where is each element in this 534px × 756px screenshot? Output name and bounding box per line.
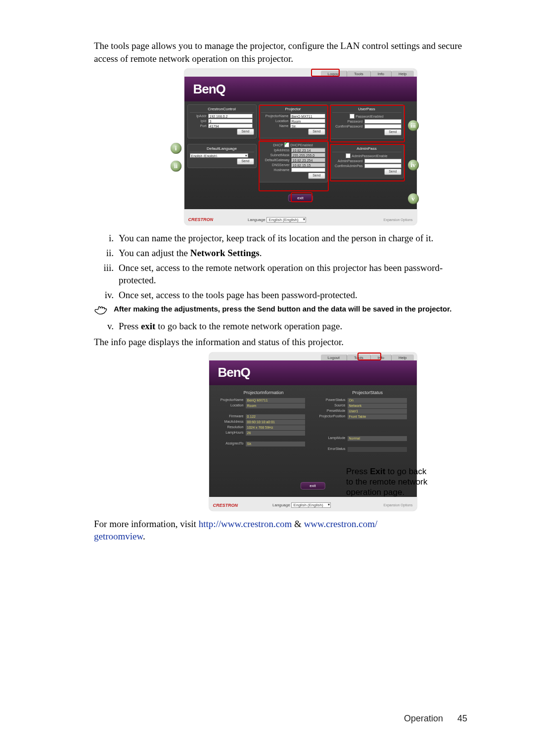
lbl-lamph: LampHours — [212, 431, 246, 436]
tools-screenshot: Logout Tools Info Help BenQ CrestronCont… — [184, 69, 417, 225]
val-preset: User1 — [348, 409, 407, 414]
lbl-projname: ProjectorName — [212, 398, 246, 403]
lbl-lampmode: LampMode — [314, 436, 348, 441]
lbl-projname: ProjectorName — [261, 114, 290, 118]
projector-send-button[interactable]: Send — [308, 129, 325, 135]
inp-mask[interactable]: 255.255.255.0 — [291, 153, 325, 157]
chk-adminpass[interactable] — [346, 153, 351, 158]
val-projpos: Front Table — [348, 414, 407, 419]
inp-port[interactable]: 41794 — [208, 124, 253, 128]
lbl-mask: SubnetMask — [261, 153, 291, 157]
language-select[interactable]: English (English) — [291, 502, 331, 508]
val-power: On — [348, 398, 407, 403]
lbl-location: Location — [212, 403, 246, 408]
lbl-errstat: ErrorStatus — [314, 447, 348, 452]
lbl-port: Port — [190, 124, 208, 128]
intro-text: The tools page allows you to manage the … — [94, 40, 467, 65]
lbl-adminpw: AdminPassword — [332, 159, 364, 163]
language-label: Language — [272, 503, 290, 507]
val-mac: 00:60:10:10:a0:01 — [246, 420, 305, 425]
panel-deflang-title: DefaultLanguage — [190, 146, 254, 152]
link-crestron[interactable]: http://www.crestron.com — [199, 519, 292, 529]
item-i: You can name the projector, keep track o… — [119, 232, 467, 245]
inp-netip[interactable]: 10.82.23.14 — [291, 148, 325, 152]
exit-callout: Press Exit to go back to the remote netw… — [346, 466, 435, 498]
lbl-source: Source — [314, 403, 348, 408]
crestron-send-button[interactable]: Send — [237, 129, 254, 135]
exit-button[interactable]: exit — [288, 194, 312, 202]
network-send-button[interactable]: Send — [308, 173, 325, 179]
chk-userpass[interactable] — [350, 114, 355, 119]
lbl-dhcp: DHCP — [273, 143, 284, 147]
badge-v: v — [408, 193, 419, 204]
panel-adminpass: AdminPass AdminPasswordEnable AdminPassw… — [330, 144, 404, 178]
inp-admincpw[interactable] — [364, 164, 401, 168]
expansion-options[interactable]: Expansion Options — [384, 218, 413, 222]
panel-userpass: UserPass PasswordEnabled Password Confir… — [330, 104, 404, 139]
inp-location[interactable]: Room — [290, 119, 325, 123]
panel-userpass-title: UserPass — [332, 106, 401, 113]
adminpass-send-button[interactable]: Send — [384, 169, 401, 175]
lbl-userpw: Password — [332, 120, 364, 123]
lbl-preset: PresetMode — [314, 409, 348, 414]
lbl-firmware: Firmware — [212, 414, 246, 419]
lbl-assigned: AssignedTo — [212, 442, 246, 446]
language-select[interactable]: English (English) — [267, 217, 306, 222]
badge-iv: iv — [408, 160, 419, 171]
info-left-grid: ProjectorNameBenQ MX711 LocationRoom Fir… — [212, 398, 305, 446]
val-location: Room — [246, 403, 305, 408]
inp-ipid[interactable]: 3 — [208, 119, 253, 123]
panel-crestron: CrestronControl IpAddr192.168.0.2 IpId3 … — [187, 104, 257, 138]
inp-gw[interactable]: 10.82.23.254 — [291, 158, 325, 162]
inp-assigned[interactable]: Sir. — [290, 124, 325, 128]
lbl-res: Resolution — [212, 425, 246, 430]
val-assigned: Sir. — [246, 442, 305, 446]
badge-iii: iii — [408, 120, 419, 131]
crestron-logo: CRESTRON — [188, 217, 214, 222]
val-projname: BenQ MX711 — [246, 398, 305, 403]
inp-ipaddr[interactable]: 192.168.0.2 — [208, 114, 253, 118]
info-right-grid: PowerStatusOn SourceNetwork PresetModeUs… — [314, 398, 407, 452]
lbl-adminpass-enable: AdminPasswordEnable — [352, 154, 387, 158]
info-right-header: ProjectorStatus — [353, 390, 383, 395]
brand-banner: BenQ — [184, 77, 417, 101]
expansion-options[interactable]: Expansion Options — [384, 503, 413, 507]
lbl-dhcp-enabled: DHCPEnabled — [290, 143, 313, 147]
bottom-bar: CRESTRON Language English (English) Expa… — [184, 214, 417, 225]
item-iv: Once set, access to the tools page has b… — [119, 289, 467, 302]
lbl-host: Hostname — [261, 168, 291, 172]
chk-dhcp[interactable] — [284, 142, 289, 147]
info-left-header: ProjectorInformation — [244, 390, 284, 395]
lbl-userpass-enable: PasswordEnabled — [356, 115, 383, 118]
lbl-admincpw: ConfirmAdminPas — [332, 164, 364, 168]
lbl-ipaddr: IpAddr — [190, 114, 208, 118]
lbl-gw: DefaultGateway — [261, 158, 291, 162]
inp-usercpw[interactable] — [364, 124, 401, 129]
note-text: After making the adjustments, press the … — [114, 304, 451, 314]
tools-body: CrestronControl IpAddr192.168.0.2 IpId3 … — [184, 101, 417, 209]
lbl-dns: DNSServer — [261, 163, 291, 167]
exit-button[interactable]: exit — [300, 482, 325, 489]
footer-page: 45 — [457, 713, 467, 724]
deflang-select[interactable]: English (English)▾ — [190, 153, 248, 158]
val-lampmode: Normal — [348, 436, 407, 441]
lbl-location: Location — [261, 119, 290, 123]
inp-adminpw[interactable] — [364, 159, 401, 163]
panel-adminpass-title: AdminPass — [332, 146, 401, 152]
link-roomview-2[interactable]: getroomview — [94, 531, 143, 541]
inp-projname[interactable]: BenQ MX711 — [290, 114, 325, 118]
panel-deflang: DefaultLanguage English (English)▾ Send — [187, 144, 257, 168]
link-roomview-1[interactable]: www.crestron.com/ — [304, 519, 378, 529]
mid-text: The info page displays the information a… — [94, 336, 467, 349]
badge-i: i — [171, 143, 181, 154]
panel-crestron-title: CrestronControl — [190, 106, 254, 113]
bottom-bar: CRESTRON Language English (English) Expa… — [209, 500, 417, 511]
deflang-send-button[interactable]: Send — [237, 158, 254, 165]
inp-dns[interactable]: 10.82.15.15 — [291, 163, 325, 167]
panel-projector-title: Projector — [261, 106, 325, 113]
item-ii: You can adjust the Network Settings. — [119, 247, 467, 260]
inp-userpw[interactable] — [364, 119, 401, 124]
inp-host[interactable] — [291, 168, 325, 172]
userpass-send-button[interactable]: Send — [384, 129, 401, 135]
page-footer: Operation 45 — [404, 713, 467, 724]
